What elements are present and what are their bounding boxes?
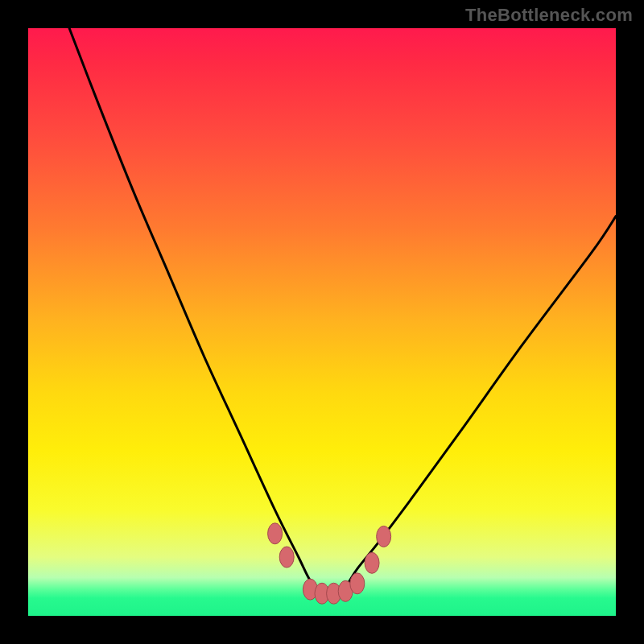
curve-svg (28, 28, 616, 616)
chart-frame: TheBottleneck.com (0, 0, 644, 644)
bottleneck-curve-path (69, 28, 616, 593)
right-marker-lower (365, 552, 379, 573)
left-marker-lower (279, 547, 294, 568)
watermark-text: TheBottleneck.com (465, 5, 633, 26)
bottleneck-curve (69, 28, 616, 593)
left-marker-upper (268, 523, 283, 544)
right-marker-upper (377, 526, 391, 547)
plot-area (28, 28, 616, 616)
bottom-marker-5 (350, 573, 365, 594)
